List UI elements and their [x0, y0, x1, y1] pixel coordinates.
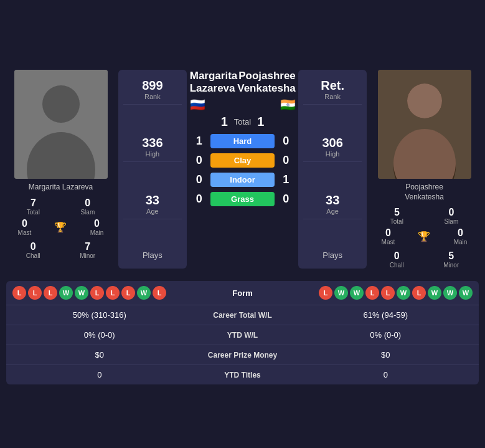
right-player-card: Poojashree Venkatesha 5 Total 0 Slam 0 M… — [370, 70, 479, 269]
form-ball-l: L — [121, 286, 135, 300]
left-mast-stat: 0 Mast — [18, 218, 32, 236]
left-rank-block: 899 Rank — [123, 75, 182, 105]
right-form-balls: LWWLLWLWWW — [274, 286, 473, 300]
left-stats-panel: 899 Rank 336 High 33 Age Plays — [118, 70, 187, 269]
surface-row-indoor: 0 Indoor 1 — [190, 171, 296, 188]
stats-row-0: 50% (310-316) Career Total W/L 61% (94-5… — [6, 305, 479, 325]
left-stats-row-2: 0 Chall 7 Minor — [6, 241, 115, 259]
left-form-balls: LLLWWLLLWL — [12, 286, 212, 300]
player-names-header: Margarita Lazareva 🇷🇺 Poojashree Venkate… — [190, 70, 296, 112]
right-plays-block: Plays — [303, 247, 362, 264]
form-ball-l: L — [90, 286, 104, 300]
svg-point-6 — [407, 83, 442, 118]
left-name-header: Margarita Lazareva 🇷🇺 — [190, 70, 238, 112]
left-flag: 🇷🇺 — [190, 97, 238, 112]
form-row: LLLWWLLLWL Form LWWLLWLWWW — [6, 281, 479, 305]
left-total-stat: 7 Total — [27, 198, 40, 216]
right-slam-stat: 0 Slam — [444, 207, 458, 225]
right-stats-row-2: 0 Chall 5 Minor — [370, 250, 479, 269]
center-scores: Margarita Lazareva 🇷🇺 Poojashree Venkate… — [190, 70, 296, 269]
top-section: Margarita Lazareva 7 Total 0 Slam 0 Mast… — [0, 64, 485, 275]
form-ball-l: L — [381, 286, 395, 300]
left-age-block: 33 Age — [123, 189, 182, 219]
right-trophy-row: 0 Mast 🏆 0 Main — [370, 227, 479, 245]
left-player-photo — [14, 70, 108, 179]
right-stats-row-1: 5 Total 0 Slam — [370, 207, 479, 225]
right-rank-block: Ret. Rank — [303, 75, 362, 105]
left-minor-stat: 7 Minor — [80, 241, 95, 259]
bottom-section: LLLWWLLLWL Form LWWLLWLWWW 50% (310-316)… — [6, 281, 479, 384]
form-ball-w: W — [334, 286, 348, 300]
form-ball-w: W — [75, 286, 88, 300]
form-ball-l: L — [12, 286, 26, 300]
surface-row-grass: 0 Grass 0 — [190, 191, 296, 207]
surface-row-clay: 0 Clay 0 — [190, 152, 296, 169]
stats-row-3: 0 YTD Titles 0 — [6, 365, 479, 384]
form-label: Form — [212, 288, 274, 298]
right-player-photo — [378, 70, 471, 179]
left-main-stat: 0 Main — [90, 218, 104, 236]
form-ball-l: L — [44, 286, 57, 300]
right-minor-stat: 5 Minor — [443, 250, 459, 269]
form-ball-w: W — [428, 286, 441, 300]
right-chall-stat: 0 Chall — [390, 250, 404, 269]
form-ball-w: W — [443, 286, 457, 300]
main-container: Margarita Lazareva 7 Total 0 Slam 0 Mast… — [0, 64, 485, 384]
right-flag: 🇮🇳 — [237, 97, 296, 112]
left-plays-block: Plays — [123, 247, 182, 264]
right-high-block: 306 High — [303, 132, 362, 162]
right-mast-stat: 0 Mast — [382, 227, 395, 245]
stats-rows: 50% (310-316) Career Total W/L 61% (94-5… — [6, 305, 479, 384]
stats-row-1: 0% (0-0) YTD W/L 0% (0-0) — [6, 325, 479, 345]
left-trophy-icon: 🏆 — [54, 221, 67, 233]
right-trophy-icon: 🏆 — [418, 231, 430, 242]
right-player-name-label: Poojashree Venkatesha — [405, 183, 444, 202]
left-high-block: 336 High — [123, 132, 182, 162]
left-stats-row-1: 7 Total 0 Slam — [6, 198, 115, 216]
form-ball-w: W — [459, 286, 473, 300]
form-ball-l: L — [412, 286, 426, 300]
right-stats-panel: Ret. Rank 306 High 33 Age Plays — [298, 70, 367, 269]
total-score-row: 1 Total 1 — [190, 115, 296, 129]
form-ball-l: L — [28, 286, 42, 300]
form-ball-l: L — [106, 286, 120, 300]
form-ball-w: W — [59, 286, 73, 300]
form-ball-w: W — [397, 286, 410, 300]
left-trophy-row: 0 Mast 🏆 0 Main — [6, 218, 115, 236]
right-main-stat: 0 Main — [454, 227, 468, 245]
form-ball-w: W — [350, 286, 364, 300]
surface-rows: 1 Hard 0 0 Clay 0 0 Indoor 1 0 Grass 0 — [190, 133, 296, 210]
left-player-card: Margarita Lazareva 7 Total 0 Slam 0 Mast… — [6, 70, 115, 269]
stats-row-2: $0 Career Prize Money $0 — [6, 345, 479, 365]
form-ball-l: L — [319, 286, 332, 300]
form-ball-l: L — [365, 286, 379, 300]
left-slam-stat: 0 Slam — [80, 198, 95, 216]
form-ball-w: W — [137, 286, 151, 300]
form-ball-l: L — [153, 286, 166, 300]
left-player-name-label: Margarita Lazareva — [29, 183, 93, 193]
right-name-header: Poojashree Venkatesha 🇮🇳 — [237, 70, 296, 112]
right-age-block: 33 Age — [303, 189, 362, 219]
svg-point-1 — [42, 85, 80, 123]
surface-row-hard: 1 Hard 0 — [190, 133, 296, 150]
right-total-stat: 5 Total — [390, 207, 403, 225]
left-chall-stat: 0 Chall — [26, 241, 40, 259]
